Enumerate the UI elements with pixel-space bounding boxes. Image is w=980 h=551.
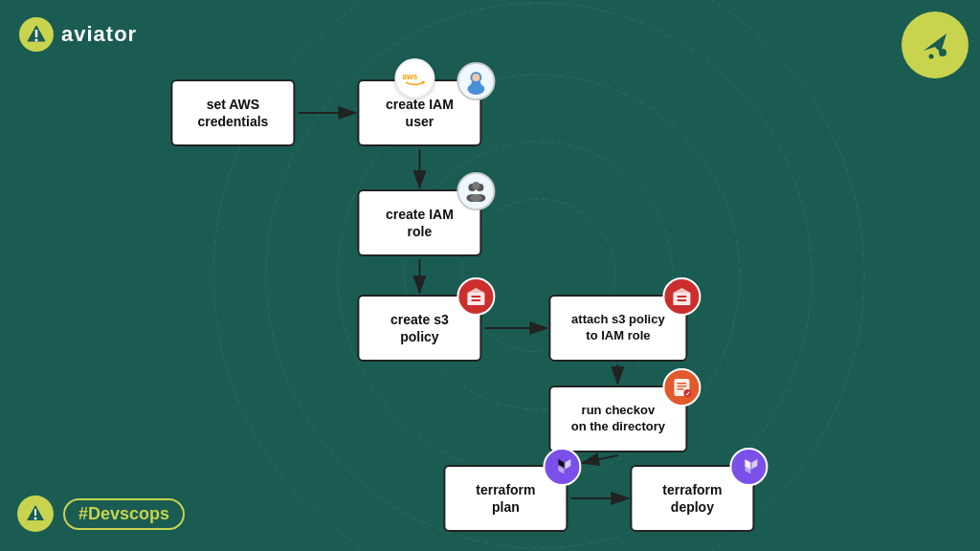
svg-rect-34 bbox=[467, 293, 484, 305]
svg-marker-52 bbox=[751, 459, 757, 470]
svg-text:✓: ✓ bbox=[685, 390, 691, 397]
svg-rect-38 bbox=[673, 293, 690, 305]
svg-rect-27 bbox=[471, 81, 480, 89]
svg-line-19 bbox=[582, 455, 617, 463]
svg-rect-43 bbox=[677, 383, 686, 385]
svg-rect-41 bbox=[677, 299, 686, 301]
node-create-s3-policy: create s3policy bbox=[357, 295, 481, 362]
svg-point-12 bbox=[34, 518, 37, 520]
svg-rect-44 bbox=[677, 386, 686, 387]
svg-rect-37 bbox=[471, 299, 480, 301]
svg-point-9 bbox=[929, 55, 934, 59]
svg-point-8 bbox=[939, 49, 947, 56]
iam-user-icon bbox=[457, 62, 495, 100]
svg-marker-39 bbox=[673, 288, 690, 293]
svg-point-25 bbox=[472, 74, 479, 81]
svg-marker-49 bbox=[565, 459, 570, 470]
flowchart: set AWScredentials aws create IAMuser cr… bbox=[113, 32, 898, 519]
node-set-aws: set AWScredentials bbox=[170, 79, 295, 146]
terraform-icon-1 bbox=[543, 448, 581, 486]
svg-rect-45 bbox=[677, 388, 683, 390]
svg-marker-35 bbox=[467, 288, 484, 293]
svg-rect-40 bbox=[677, 296, 686, 298]
s3-icon-2 bbox=[662, 277, 701, 316]
svg-point-32 bbox=[472, 182, 479, 189]
checkov-icon: ✓ bbox=[662, 368, 701, 407]
iam-role-icon bbox=[457, 172, 495, 210]
terraform-icon-2 bbox=[729, 448, 768, 486]
node-terraform-plan: terraformplan bbox=[443, 465, 568, 532]
aws-badge: aws bbox=[394, 58, 434, 99]
svg-point-7 bbox=[35, 39, 38, 42]
svg-point-33 bbox=[470, 194, 481, 202]
top-right-icon bbox=[902, 11, 969, 78]
node-terraform-deploy: terraformdeploy bbox=[630, 465, 754, 532]
svg-text:aws: aws bbox=[402, 72, 417, 81]
svg-rect-36 bbox=[471, 296, 480, 298]
node-attach-s3-policy: attach s3 policyto IAM role bbox=[548, 295, 687, 362]
s3-icon-1 bbox=[457, 277, 495, 316]
badge-icon bbox=[17, 496, 54, 532]
node-create-iam-role: create IAMrole bbox=[357, 189, 481, 256]
logo-icon bbox=[19, 17, 54, 52]
node-run-checkov: run checkovon the directory ✓ bbox=[548, 386, 687, 452]
